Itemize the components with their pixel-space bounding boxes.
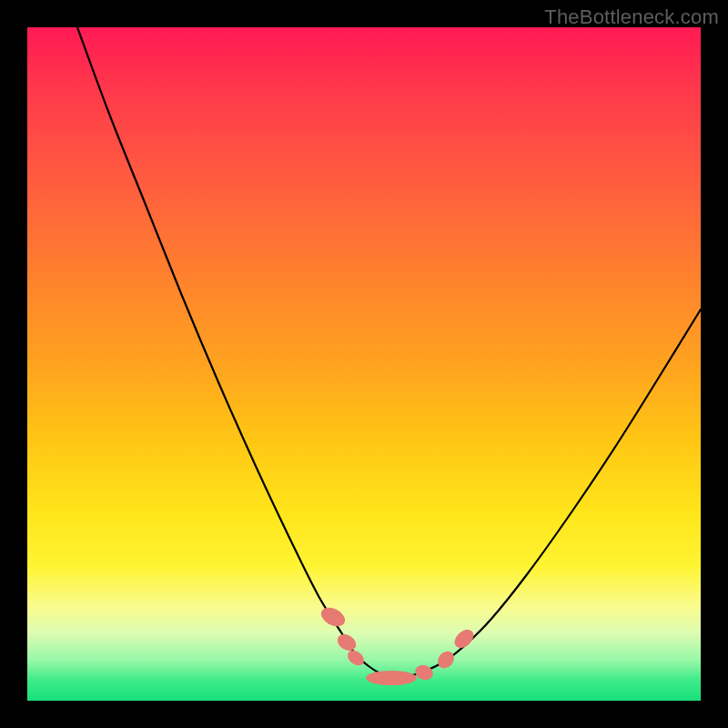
curve-marker [318, 603, 348, 630]
watermark-text: TheBottleneck.com [544, 5, 719, 29]
curve-marker [334, 631, 359, 653]
bottleneck-curve-svg [27, 27, 701, 701]
plot-area [27, 27, 701, 701]
right-curve [396, 309, 701, 678]
curve-marker [366, 671, 417, 685]
curve-marker [413, 662, 435, 682]
left-curve [77, 27, 396, 678]
curve-marker [434, 648, 457, 672]
chart-frame: TheBottleneck.com [0, 0, 728, 728]
